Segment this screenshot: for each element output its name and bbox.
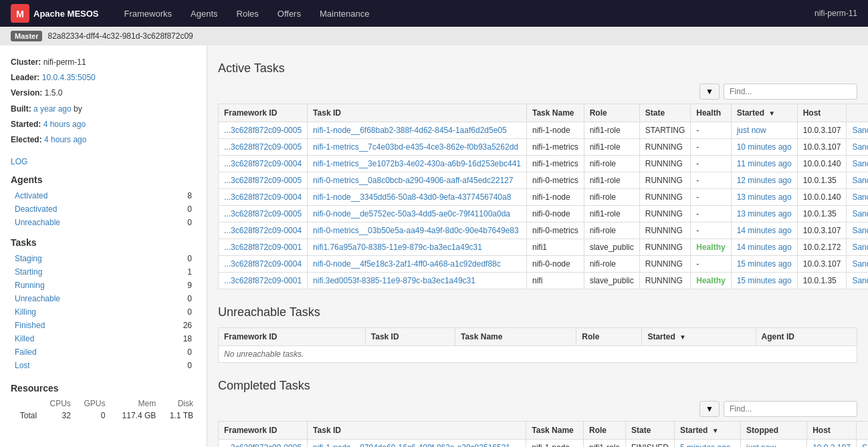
leader-link[interactable]: 10.0.4.35:5050 xyxy=(42,73,96,82)
unreachable-col-framework-id[interactable]: Framework ID xyxy=(219,328,366,346)
nav-maintenance[interactable]: Maintenance xyxy=(310,0,378,27)
active-col-task-name[interactable]: Task Name xyxy=(527,104,584,122)
framework-id-link[interactable]: ...3c628f872c09-0004 xyxy=(224,226,302,235)
framework-id-link[interactable]: ...3c628f872c09-0001 xyxy=(224,276,302,285)
framework-id-link[interactable]: ...3c628f872c09-0005 xyxy=(224,126,302,135)
framework-id-link[interactable]: ...3c628f872c09-0005 xyxy=(224,142,302,152)
task-id-link[interactable]: nifi-0-metrics__03b50e5a-aa49-4a9f-8d0c-… xyxy=(313,226,519,235)
tasks-unreachable[interactable]: Unreachable 0 xyxy=(11,292,196,305)
cell-health: Healthy xyxy=(691,239,731,256)
started-link[interactable]: 12 minutes ago xyxy=(737,176,792,185)
started-link[interactable]: just now xyxy=(737,126,766,135)
framework-id-link[interactable]: ...3c628f872c09-0004 xyxy=(224,159,302,168)
started-link[interactable]: 15 minutes ago xyxy=(737,276,792,285)
completed-tasks-filter-button[interactable]: ▼ xyxy=(699,401,720,417)
agents-deactivated[interactable]: Deactivated 0 xyxy=(11,202,196,216)
sandbox-link[interactable]: Sandbox xyxy=(852,209,868,218)
sandbox-link[interactable]: Sandbox xyxy=(852,126,868,135)
nav-roles[interactable]: Roles xyxy=(227,0,268,27)
host-link[interactable]: 10.0.3.107 xyxy=(812,443,851,447)
started-link[interactable]: 11 minutes ago xyxy=(737,159,792,168)
started-link[interactable]: 15 minutes ago xyxy=(737,259,792,269)
completed-col-stopped[interactable]: Stopped xyxy=(741,422,807,440)
completed-col-framework-id[interactable]: Framework ID xyxy=(219,422,308,440)
framework-id-link[interactable]: ...3c628f872c09-0005 xyxy=(224,443,302,447)
sandbox-link[interactable]: Sandbox xyxy=(852,226,868,235)
unreachable-col-agent-id[interactable]: Agent ID xyxy=(756,328,857,346)
started-link[interactable]: 14 minutes ago xyxy=(737,243,792,252)
started-value[interactable]: 4 hours ago xyxy=(43,120,86,129)
resources-total-row: Total 32 0 117.4 GB 1.1 TB xyxy=(11,410,196,422)
active-tasks-filter-button[interactable]: ▼ xyxy=(699,84,720,100)
tasks-staging[interactable]: Staging 0 xyxy=(11,252,196,265)
tasks-running[interactable]: Running 9 xyxy=(11,279,196,292)
unreachable-col-task-name[interactable]: Task Name xyxy=(455,328,576,346)
completed-col-task-id[interactable]: Task ID xyxy=(308,422,526,440)
sandbox-link[interactable]: Sandbox xyxy=(852,276,868,285)
task-id-link[interactable]: nifi-1-node__9794de69-16c6-409f-862e-a39… xyxy=(313,443,510,447)
cell-framework-id: ...3c628f872c09-0005 xyxy=(219,122,308,139)
task-id-link[interactable]: nifi.3ed0053f-8385-11e9-879c-ba3ec1a49c3… xyxy=(313,276,475,285)
active-col-task-id[interactable]: Task ID xyxy=(308,104,527,122)
agents-activated[interactable]: Activated 8 xyxy=(11,189,196,202)
completed-col-role[interactable]: Role xyxy=(583,422,625,440)
stopped-link[interactable]: just now xyxy=(746,443,776,447)
unreachable-col-task-id[interactable]: Task ID xyxy=(365,328,455,346)
task-id-link[interactable]: nifi-1-node__3345dd56-50a8-43d0-9efa-437… xyxy=(313,192,511,202)
completed-col-started[interactable]: Started ▼ xyxy=(675,422,741,440)
active-col-framework-id[interactable]: Framework ID xyxy=(219,104,308,122)
started-link[interactable]: 5 minutes ago xyxy=(680,443,730,447)
started-link[interactable]: 10 minutes ago xyxy=(737,142,792,152)
framework-id-link[interactable]: ...3c628f872c09-0005 xyxy=(224,176,302,185)
task-id-link[interactable]: nifi-0-node__de5752ec-50a3-4dd5-ae0c-79f… xyxy=(313,209,510,218)
cell-stopped: just now xyxy=(741,440,807,448)
sandbox-link[interactable]: Sandbox xyxy=(852,159,868,168)
unreachable-col-role[interactable]: Role xyxy=(576,328,642,346)
sandbox-link[interactable]: Sandbox xyxy=(852,142,868,152)
tasks-killing[interactable]: Killing 0 xyxy=(11,305,196,319)
started-link[interactable]: 13 minutes ago xyxy=(737,209,792,218)
started-link[interactable]: 13 minutes ago xyxy=(737,192,792,202)
sandbox-link[interactable]: Sandbox xyxy=(852,192,868,202)
tasks-killed[interactable]: Killed 18 xyxy=(11,332,196,345)
task-id-link[interactable]: nifi-1-metrics__7c4e03bd-e435-4ce3-862e-… xyxy=(313,142,518,152)
built-value[interactable]: a year ago xyxy=(33,104,72,114)
tasks-finished[interactable]: Finished 26 xyxy=(11,319,196,332)
active-col-role[interactable]: Role xyxy=(584,104,639,122)
active-tasks-search[interactable] xyxy=(724,84,857,100)
task-id-link[interactable]: nifi-0-node__4f5e18c3-2af1-4ff0-a468-a1c… xyxy=(313,259,501,269)
framework-id-link[interactable]: ...3c628f872c09-0004 xyxy=(224,259,302,269)
sandbox-link[interactable]: Sandbox xyxy=(852,259,868,269)
active-col-started[interactable]: Started ▼ xyxy=(731,104,797,122)
table-row: ...3c628f872c09-0005 nifi-1-metrics__7c4… xyxy=(219,139,869,156)
tasks-lost[interactable]: Lost 0 xyxy=(11,359,196,372)
task-id-link[interactable]: nifi1.76a95a70-8385-11e9-879c-ba3ec1a49c… xyxy=(313,243,482,252)
active-col-state[interactable]: State xyxy=(639,104,691,122)
elected-value[interactable]: 4 hours ago xyxy=(44,135,86,144)
completed-col-state[interactable]: State xyxy=(626,422,675,440)
task-id-link[interactable]: nifi-0-metrics__0a8c0bcb-a290-4906-aaff-… xyxy=(313,176,513,185)
sandbox-link[interactable]: Sandbox xyxy=(862,443,868,447)
tasks-failed[interactable]: Failed 0 xyxy=(11,345,196,359)
nav-agents[interactable]: Agents xyxy=(181,0,227,27)
framework-id-link[interactable]: ...3c628f872c09-0004 xyxy=(224,192,302,202)
started-link[interactable]: 14 minutes ago xyxy=(737,226,792,235)
unreachable-col-started[interactable]: Started ▼ xyxy=(642,328,756,346)
active-col-host[interactable]: Host xyxy=(797,104,847,122)
active-col-health[interactable]: Health xyxy=(691,104,731,122)
sandbox-link[interactable]: Sandbox xyxy=(852,243,868,252)
completed-col-task-name[interactable]: Task Name xyxy=(526,422,584,440)
task-id-link[interactable]: nifi-1-node__6f68bab2-388f-4d62-8454-1aa… xyxy=(313,126,507,135)
framework-id-link[interactable]: ...3c628f872c09-0005 xyxy=(224,209,302,218)
completed-tasks-search[interactable] xyxy=(724,401,857,417)
completed-col-host[interactable]: Host xyxy=(807,422,857,440)
framework-id-link[interactable]: ...3c628f872c09-0001 xyxy=(224,243,302,252)
sandbox-link[interactable]: Sandbox xyxy=(852,176,868,185)
log-link[interactable]: LOG xyxy=(11,157,196,166)
nav-offers[interactable]: Offers xyxy=(268,0,310,27)
tasks-starting[interactable]: Starting 1 xyxy=(11,265,196,279)
cell-role: nifi1-role xyxy=(583,440,625,448)
nav-frameworks[interactable]: Frameworks xyxy=(115,0,182,27)
task-id-link[interactable]: nifi-1-metrics__3e1072b3-4e02-430a-a6b9-… xyxy=(313,159,521,168)
agents-unreachable[interactable]: Unreachable 0 xyxy=(11,216,196,229)
